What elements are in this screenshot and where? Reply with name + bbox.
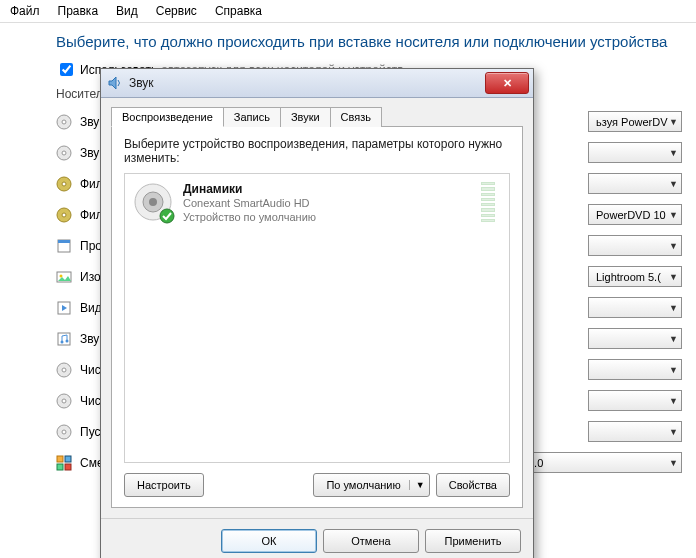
device-status: Устройство по умолчанию [183, 210, 316, 224]
svg-point-31 [160, 209, 174, 223]
chevron-down-icon[interactable]: ▼ [409, 480, 425, 490]
dvd-video-icon [56, 207, 72, 223]
svg-point-5 [62, 182, 66, 186]
set-default-button[interactable]: По умолчанию ▼ [313, 473, 429, 497]
chevron-down-icon: ▼ [669, 117, 678, 127]
configure-button[interactable]: Настроить [124, 473, 204, 497]
default-check-icon [159, 208, 175, 224]
dialog-title: Звук [129, 76, 154, 90]
cd-audio-icon [56, 114, 72, 130]
svg-marker-27 [109, 77, 116, 89]
dialog-titlebar[interactable]: Звук ✕ [101, 69, 533, 98]
chevron-down-icon: ▼ [669, 427, 678, 437]
svg-point-1 [62, 120, 66, 124]
close-button[interactable]: ✕ [485, 72, 529, 94]
image-icon [56, 269, 72, 285]
dropdown-2[interactable]: ▼ [588, 173, 682, 194]
level-meter [481, 182, 495, 222]
tab-communications[interactable]: Связь [330, 107, 382, 127]
dropdown-5[interactable]: Lightroom 5.(▼ [588, 266, 682, 287]
svg-point-30 [149, 198, 157, 206]
svg-point-3 [62, 151, 66, 155]
tab-panel-playback: Выберите устройство воспроизведения, пар… [111, 126, 523, 508]
audio-file-icon [56, 331, 72, 347]
dropdown-0-value: ьзуя PowerDV [592, 116, 669, 128]
dialog-footer: ОК Отмена Применить [101, 518, 533, 558]
tab-strip: Воспроизведение Запись Звуки Связь [111, 107, 523, 127]
svg-point-16 [66, 339, 69, 342]
svg-rect-25 [57, 464, 63, 470]
device-list[interactable]: Динамики Conexant SmartAudio HD Устройст… [124, 173, 510, 463]
chevron-down-icon: ▼ [669, 241, 678, 251]
menu-view[interactable]: Вид [116, 4, 138, 18]
chevron-down-icon: ▼ [669, 458, 678, 468]
speaker-device-icon [133, 182, 173, 222]
dropdown-8[interactable]: ▼ [588, 359, 682, 380]
chevron-down-icon: ▼ [669, 179, 678, 189]
svg-rect-24 [65, 456, 71, 462]
tab-playback[interactable]: Воспроизведение [111, 107, 224, 127]
chevron-down-icon: ▼ [669, 148, 678, 158]
device-item-speakers[interactable]: Динамики Conexant SmartAudio HD Устройст… [125, 174, 509, 232]
menu-service[interactable]: Сервис [156, 4, 197, 18]
menu-help[interactable]: Справка [215, 4, 262, 18]
svg-rect-26 [65, 464, 71, 470]
disc-icon [56, 424, 72, 440]
use-autoplay-checkbox[interactable] [60, 63, 73, 76]
page-title: Выберите, что должно происходить при вст… [56, 33, 682, 50]
mixed-content-icon [56, 455, 72, 471]
instruction-text: Выберите устройство воспроизведения, пар… [124, 137, 510, 165]
dvd-video-icon [56, 176, 72, 192]
disc-icon [56, 362, 72, 378]
chevron-down-icon: ▼ [669, 334, 678, 344]
dropdown-0[interactable]: ьзуя PowerDV▼ [588, 111, 682, 132]
tab-sounds[interactable]: Звуки [280, 107, 331, 127]
svg-point-18 [62, 368, 66, 372]
properties-button[interactable]: Свойства [436, 473, 510, 497]
dropdown-1[interactable]: ▼ [588, 142, 682, 163]
disc-icon [56, 393, 72, 409]
set-default-label: По умолчанию [326, 479, 400, 491]
svg-point-11 [60, 274, 63, 277]
chevron-down-icon: ▼ [669, 272, 678, 282]
chevron-down-icon: ▼ [669, 303, 678, 313]
apply-button[interactable]: Применить [425, 529, 521, 553]
svg-point-20 [62, 399, 66, 403]
cancel-button[interactable]: Отмена [323, 529, 419, 553]
sound-dialog: Звук ✕ Воспроизведение Запись Звуки Связ… [100, 68, 534, 558]
dropdown-9[interactable]: ▼ [588, 390, 682, 411]
chevron-down-icon: ▼ [669, 396, 678, 406]
dropdown-10[interactable]: ▼ [588, 421, 682, 442]
sound-icon [107, 75, 123, 91]
dropdown-4[interactable]: ▼ [588, 235, 682, 256]
tab-recording[interactable]: Запись [223, 107, 281, 127]
dropdown-3-value: PowerDVD 10 [592, 209, 669, 221]
device-driver: Conexant SmartAudio HD [183, 196, 316, 210]
ok-button[interactable]: ОК [221, 529, 317, 553]
app-icon [56, 238, 72, 254]
dropdown-3[interactable]: PowerDVD 10▼ [588, 204, 682, 225]
video-file-icon [56, 300, 72, 316]
svg-rect-14 [58, 333, 70, 345]
menu-file[interactable]: Файл [10, 4, 40, 18]
chevron-down-icon: ▼ [669, 365, 678, 375]
dropdown-6[interactable]: ▼ [588, 297, 682, 318]
svg-point-7 [62, 213, 66, 217]
svg-point-15 [61, 340, 64, 343]
dropdown-7[interactable]: ▼ [588, 328, 682, 349]
chevron-down-icon: ▼ [669, 210, 678, 220]
svg-rect-9 [58, 240, 70, 243]
svg-point-22 [62, 430, 66, 434]
close-icon: ✕ [503, 77, 512, 90]
device-name: Динамики [183, 182, 316, 196]
dropdown-5-value: Lightroom 5.( [592, 271, 669, 283]
svg-rect-23 [57, 456, 63, 462]
cd-audio-icon [56, 145, 72, 161]
menu-edit[interactable]: Правка [58, 4, 99, 18]
menubar: Файл Правка Вид Сервис Справка [0, 0, 696, 23]
